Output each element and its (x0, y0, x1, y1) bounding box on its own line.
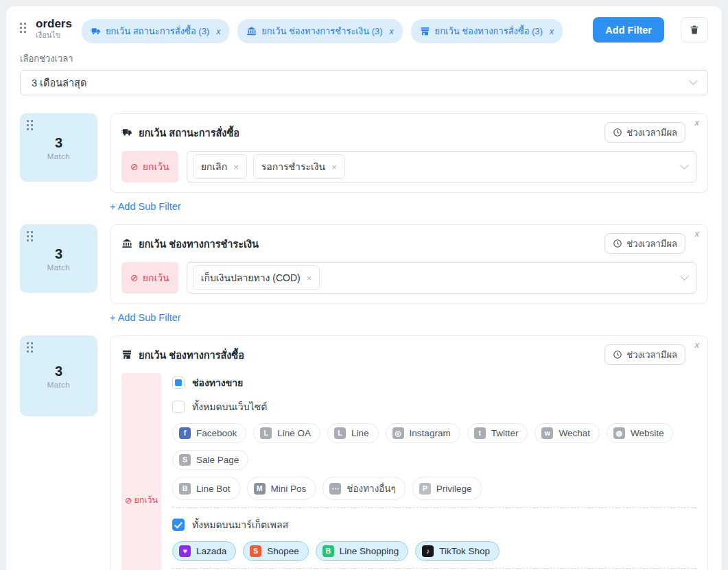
effective-time-label: ช่วงเวลามีผล (626, 126, 677, 140)
card-title: ยกเว้น สถานะการสั่งซื้อ (139, 125, 239, 141)
exclude-icon: ⊘ (130, 272, 139, 283)
filter-chip-payment-channel[interactable]: ยกเว้น ช่องทางการชำระเงิน (3) x (237, 19, 402, 43)
filter-chip-label: ยกเว้น ช่องทางการชำระเงิน (3) (261, 24, 382, 38)
chip-wechat[interactable]: wWechat (535, 423, 600, 443)
remove-chip-icon[interactable]: x (216, 27, 220, 36)
chip-website[interactable]: ◍Website (607, 423, 674, 443)
chip-other-channel[interactable]: ⋯ช่องทางอื่นๆ (322, 477, 406, 500)
all-marketplace-checkbox[interactable] (172, 519, 185, 531)
website-chips-row-2: BLine BotMMini Pos⋯ช่องทางอื่นๆPPrivileg… (172, 477, 696, 500)
drag-handle-icon[interactable] (27, 231, 33, 241)
clock-icon (613, 350, 622, 359)
all-website-label: ทั้งหมดบนเว็บไซต์ (192, 399, 267, 414)
store-icon (121, 349, 132, 360)
chip-line-oa[interactable]: LLine OA (253, 423, 320, 443)
shopee-icon: S (250, 545, 261, 557)
filter-row-order-status: 3 Match x ยกเว้น สถานะการสั่งซื้อ (20, 113, 708, 224)
chevron-down-icon (689, 76, 698, 85)
chevron-down-icon (680, 272, 689, 281)
chip-shopee[interactable]: SShopee (243, 541, 309, 561)
filter-chip-label: ยกเว้น ช่องทางการสั่งซื้อ (3) (435, 24, 543, 38)
add-sub-filter-link[interactable]: + Add Sub Filter (110, 201, 708, 212)
chip-label: Shopee (267, 546, 299, 556)
remove-filter-icon[interactable]: x (695, 117, 700, 128)
clock-icon (613, 128, 622, 137)
privilege-icon: P (419, 483, 431, 495)
value-tag-label: รอการชำระเงิน (261, 159, 325, 174)
chip-sale-page[interactable]: SSale Page (172, 450, 248, 470)
trash-icon (689, 24, 700, 36)
effective-time-label: ช่วงเวลามีผล (626, 237, 677, 251)
value-tag: เก็บเงินปลายทาง (COD) × (193, 265, 320, 290)
effective-time-button[interactable]: ช่วงเวลามีผล (604, 344, 685, 365)
filter-rows: 3 Match x ยกเว้น สถานะการสั่งซื้อ (20, 113, 708, 570)
filter-card-order-status: x ยกเว้น สถานะการสั่งซื้อ ช่วงเวลามีผล (110, 113, 708, 193)
title-block: orders เงื่อนไข (36, 17, 72, 39)
selected-values-input[interactable]: ยกเลิก × รอการชำระเงิน × (187, 151, 696, 182)
match-label: Match (47, 381, 70, 389)
page-subtitle: เงื่อนไข (36, 31, 72, 40)
chip-instagram[interactable]: ◎Instagram (386, 423, 460, 443)
header: orders เงื่อนไข ยกเว้น สถานะการสั่งซื้อ … (20, 17, 708, 43)
drag-handle-icon[interactable] (27, 342, 33, 353)
chip-label: Website (631, 428, 664, 438)
remove-filter-icon[interactable]: x (695, 228, 700, 239)
exclude-label: ยกเว้น (143, 159, 169, 174)
match-count: 3 (55, 364, 62, 379)
remove-chip-icon[interactable]: x (390, 27, 394, 36)
line-shopping-icon: B (322, 545, 334, 557)
drag-handle-icon[interactable] (27, 120, 33, 130)
twitter-icon: t (474, 427, 486, 439)
match-box: 3 Match (20, 335, 97, 416)
chip-twitter[interactable]: tTwitter (467, 423, 528, 443)
remove-tag-icon[interactable]: × (233, 162, 239, 172)
chip-line-bot[interactable]: BLine Bot (172, 477, 240, 500)
chip-facebook[interactable]: fFacebook (172, 423, 246, 443)
remove-chip-icon[interactable]: x (550, 27, 554, 36)
effective-time-label: ช่วงเวลามีผล (626, 348, 677, 362)
drag-handle-icon[interactable] (20, 23, 26, 33)
delete-all-filters-button[interactable] (681, 17, 708, 43)
chip-lazada[interactable]: ♥Lazada (172, 541, 236, 561)
all-website-checkbox[interactable] (172, 401, 185, 413)
lazada-icon: ♥ (179, 545, 191, 557)
remove-filter-icon[interactable]: x (695, 340, 700, 350)
other-channel-icon: ⋯ (329, 483, 341, 495)
chip-label: Sale Page (196, 455, 239, 465)
effective-time-button[interactable]: ช่วงเวลามีผล (604, 122, 685, 143)
chip-label: ช่องทางอื่นๆ (347, 481, 396, 496)
effective-time-button[interactable]: ช่วงเวลามีผล (604, 233, 685, 254)
website-group-row: ทั้งหมดบนเว็บไซต์ (172, 399, 696, 414)
add-sub-filter-link[interactable]: + Add Sub Filter (110, 312, 708, 323)
chip-line-shopping[interactable]: BLine Shopping (316, 541, 408, 561)
value-tag: ยกเลิก × (193, 154, 247, 179)
chip-tiktok-shop[interactable]: ♪TikTok Shop (415, 541, 500, 561)
chip-mini-pos[interactable]: MMini Pos (247, 477, 316, 500)
marketplace-chips-row: ♥LazadaSShopeeBLine Shopping♪TikTok Shop (172, 541, 696, 561)
chip-label: TikTok Shop (439, 546, 490, 556)
filter-chip-order-channel[interactable]: ยกเว้น ช่องทางการสั่งซื้อ (3) x (411, 19, 563, 43)
chip-label: Privilege (436, 484, 472, 494)
filter-panel: orders เงื่อนไข ยกเว้น สถานะการสั่งซื้อ … (5, 5, 723, 570)
website-icon: ◍ (613, 427, 625, 439)
time-range-value: 3 เดือนล่าสุด (32, 75, 86, 91)
chip-privilege[interactable]: PPrivilege (412, 477, 482, 500)
facebook-icon: f (179, 427, 191, 439)
add-filter-button[interactable]: Add Filter (593, 17, 664, 43)
remove-tag-icon[interactable]: × (307, 273, 312, 283)
selected-values-input[interactable]: เก็บเงินปลายทาง (COD) × (187, 262, 696, 294)
dashed-divider (172, 568, 696, 569)
store-icon (420, 26, 430, 36)
chip-line[interactable]: LLine (327, 423, 379, 443)
chip-label: Facebook (196, 428, 237, 438)
time-range-select[interactable]: 3 เดือนล่าสุด (20, 70, 708, 95)
mini-pos-icon: M (254, 483, 266, 495)
all-marketplace-label: ทั้งหมดบนมาร์เก็ตเพลส (192, 517, 288, 532)
sales-channel-checkbox[interactable] (172, 377, 185, 389)
exclude-label: ยกเว้น (134, 493, 158, 507)
card-title: ยกเว้น ช่องทางการสั่งซื้อ (139, 347, 244, 363)
remove-tag-icon[interactable]: × (331, 162, 337, 172)
chip-label: Line (351, 428, 369, 438)
bank-icon (246, 26, 257, 36)
filter-chip-order-status[interactable]: ยกเว้น สถานะการสั่งซื้อ (3) x (82, 19, 229, 43)
